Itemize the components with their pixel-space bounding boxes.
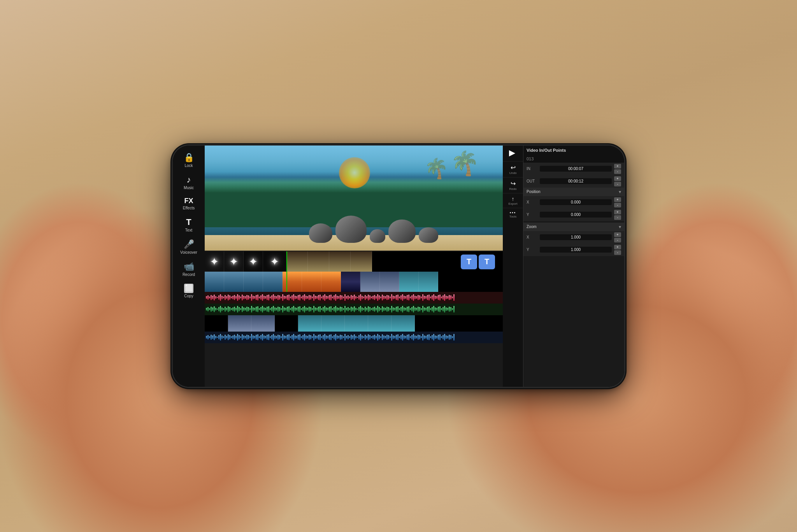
zoom-y-minus-btn[interactable]: - — [614, 250, 621, 255]
phone-device: 🔒 Lock ♪ Music FX Effects T Text 🎤 Voice… — [173, 146, 624, 387]
city2-frame-2 — [251, 315, 275, 332]
tools-control[interactable]: ••• Tools — [503, 208, 523, 221]
export-label: Export — [508, 202, 517, 205]
city-frame-1 — [360, 272, 380, 292]
pos-x-value[interactable]: 0.000 — [540, 199, 612, 205]
pos-y-label: Y — [527, 212, 537, 217]
toolbar-item-record[interactable]: 📹 Record — [174, 258, 204, 280]
zoom-y-btn-group: + - — [614, 245, 621, 255]
tools-label: Tools — [509, 215, 517, 218]
zoom-x-plus-btn[interactable]: + — [614, 232, 621, 237]
in-plus-btn[interactable]: + — [614, 164, 621, 169]
out-value[interactable]: 00:00:12 — [540, 178, 612, 184]
sunset-frame-2 — [302, 272, 321, 292]
position-section: X 0.000 + - Y 0.000 + - — [523, 196, 624, 221]
in-label: IN — [527, 167, 537, 171]
toolbar-item-effects[interactable]: FX Effects — [174, 194, 204, 213]
bokeh-frame-3 — [329, 251, 351, 272]
waveform-2 — [205, 304, 503, 315]
bokeh-frame-1 — [286, 251, 308, 272]
out-minus-btn[interactable]: - — [614, 182, 621, 186]
record-icon: 📹 — [184, 262, 194, 272]
bokeh-frame-2 — [308, 251, 329, 272]
position-section-header[interactable]: Position ▾ — [523, 188, 624, 196]
zoom-chevron-icon: ▾ — [619, 224, 621, 230]
zoom-x-value[interactable]: 1.000 — [540, 234, 612, 240]
starburst-frame-3 — [244, 251, 263, 272]
pos-y-minus-btn[interactable]: - — [614, 215, 621, 220]
main-video-track — [205, 272, 503, 292]
pos-y-value[interactable]: 0.000 — [540, 212, 612, 218]
waveform-1 — [205, 292, 503, 304]
position-title: Position — [527, 190, 541, 194]
teal-frame-2 — [419, 272, 438, 292]
rocks-group — [309, 216, 438, 243]
out-btn-group: + - — [614, 176, 621, 186]
music-icon: ♪ — [187, 175, 191, 185]
fx-icon: FX — [184, 197, 193, 205]
frame-counter-label: 013 — [527, 156, 534, 161]
zoom-y-value[interactable]: 1.000 — [540, 247, 612, 253]
out-row: OUT 00:00:12 + - — [523, 175, 624, 188]
in-value[interactable]: 00:00:07 — [540, 166, 612, 172]
undo-control[interactable]: ↩ Undo — [503, 162, 523, 177]
toolbar-item-voiceover[interactable]: 🎤 Voiceover — [174, 236, 204, 258]
rock-5 — [419, 227, 438, 243]
zoom-x-minus-btn[interactable]: - — [614, 238, 621, 242]
redo-label: Redo — [509, 187, 516, 191]
zoom-y-plus-btn[interactable]: + — [614, 245, 621, 249]
teal2-frame-5 — [391, 315, 415, 332]
main-content: 🌴 🌴 — [205, 146, 503, 387]
redo-control[interactable]: ↪ Redo — [503, 177, 523, 193]
city-frame-2 — [380, 272, 399, 292]
undo-label: Undo — [509, 171, 516, 175]
in-minus-btn[interactable]: - — [614, 169, 621, 174]
tools-icon: ••• — [510, 211, 516, 215]
toolbar-label-music: Music — [184, 186, 194, 190]
pos-y-plus-btn[interactable]: + — [614, 210, 621, 214]
waveform-3 — [205, 332, 503, 343]
toolbar-item-music[interactable]: ♪ Music — [174, 172, 204, 193]
position-chevron-icon: ▾ — [619, 189, 621, 195]
redo-icon: ↪ — [511, 180, 516, 187]
pos-x-plus-btn[interactable]: + — [614, 197, 621, 202]
mic-icon: 🎤 — [184, 239, 194, 249]
text-button-2[interactable]: T — [479, 255, 495, 269]
zoom-y-row: Y 1.000 + - — [523, 244, 624, 256]
copy-icon: ⬜ — [184, 284, 193, 293]
app-screen: 🔒 Lock ♪ Music FX Effects T Text 🎤 Voice… — [173, 146, 624, 387]
sky-overlay — [205, 146, 503, 192]
in-btn-group: + - — [614, 164, 621, 174]
toolbar-label-text: Text — [185, 228, 192, 232]
play-control[interactable] — [503, 146, 523, 162]
panel-header: Video In/Out Points — [523, 146, 624, 155]
panel-title: Video In/Out Points — [527, 148, 621, 153]
beach-frame-2 — [224, 272, 244, 292]
export-control[interactable]: ↑ Export — [503, 193, 523, 208]
teal2-frame-3 — [345, 315, 368, 332]
text-button-1[interactable]: T — [461, 255, 477, 269]
zoom-section: X 1.000 + - Y 1.000 + - — [523, 231, 624, 256]
in-row: IN 00:00:07 + - — [523, 163, 624, 175]
empty-frame-2 — [275, 315, 298, 332]
right-panel: Video In/Out Points 013 IN 00:00:07 + - … — [523, 146, 624, 387]
beach-frame-1 — [205, 272, 224, 292]
secondary-video-track — [205, 315, 503, 332]
toolbar-item-text[interactable]: T Text — [174, 214, 204, 235]
starburst-frame-4 — [263, 251, 286, 272]
zoom-section-header[interactable]: Zoom ▾ — [523, 223, 624, 231]
pos-x-minus-btn[interactable]: - — [614, 203, 621, 207]
video-preview: 🌴 🌴 — [205, 146, 503, 251]
toolbar-label-voiceover: Voiceover — [180, 250, 197, 255]
sunset-frame-3 — [321, 272, 341, 292]
pos-y-btn-group: + - — [614, 210, 621, 220]
sunset-frame-1 — [283, 272, 302, 292]
pos-x-btn-group: + - — [614, 197, 621, 207]
playhead — [286, 251, 287, 272]
bokeh-frame-4 — [351, 251, 372, 272]
toolbar-item-copy[interactable]: ⬜ Copy — [174, 281, 204, 301]
zoom-title: Zoom — [527, 225, 537, 229]
toolbar-item-lock[interactable]: 🔒 Lock — [174, 149, 204, 171]
play-button[interactable] — [509, 150, 515, 156]
out-plus-btn[interactable]: + — [614, 176, 621, 181]
